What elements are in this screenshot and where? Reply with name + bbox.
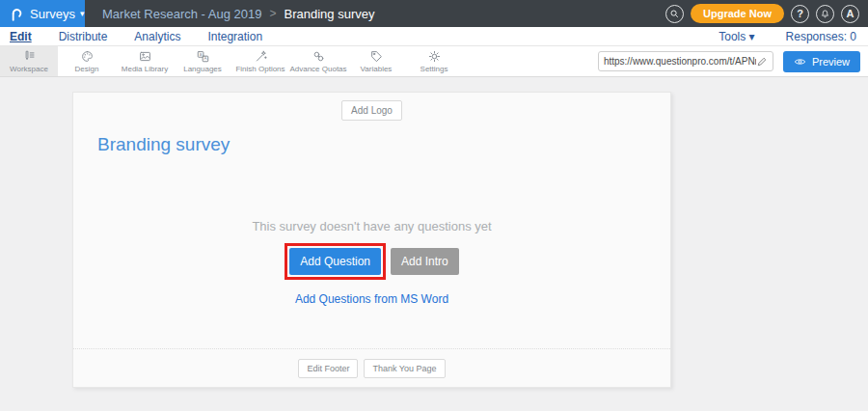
surveys-product-menu[interactable]: Surveys ▾ [0,0,85,27]
breadcrumb-folder[interactable]: Market Research - Aug 2019 [102,7,261,21]
toolbar-right: Preview [598,46,868,76]
upgrade-now-button[interactable]: Upgrade Now [691,4,784,23]
finish-options-wand-icon [254,49,268,64]
empty-survey-message: This survey doesn't have any questions y… [73,219,670,233]
toolbar-item-label: Settings [420,65,448,73]
toolbar-item-label: Finish Options [235,65,285,73]
add-question-button[interactable]: Add Question [289,248,381,275]
toolbar-item-label: Workspace [10,65,48,73]
topbar-actions: Upgrade Now ? A [665,4,868,23]
tab-analytics[interactable]: Analytics [134,30,180,43]
product-name: Surveys [30,7,75,21]
variables-tag-icon [369,49,384,64]
notifications-button[interactable] [816,5,834,23]
toolbar-items: Workspace Design Media Library [0,46,463,76]
avatar[interactable]: A [841,5,859,23]
preview-button[interactable]: Preview [783,51,860,72]
chevron-down-icon: ▾ [80,9,85,18]
survey-nav-right: Tools ▾ Responses: 0 [719,30,868,43]
workspace-icon [22,49,37,64]
edit-footer-button[interactable]: Edit Footer [298,359,358,378]
toolbar-item-workspace[interactable]: Workspace [0,46,58,76]
toolbar-item-label: Variables [361,65,393,73]
thank-you-page-button[interactable]: Thank You Page [364,359,445,378]
settings-gear-icon [427,49,442,64]
toolbar-item-languages[interactable]: a A Languages [174,46,231,76]
survey-title[interactable]: Branding survey [97,134,670,155]
search-button[interactable] [665,5,684,23]
toolbar-item-label: Advance Quotas [289,65,346,73]
survey-url-box [598,51,773,71]
tab-edit[interactable]: Edit [10,30,32,43]
help-button[interactable]: ? [791,5,809,23]
languages-icon: a A [196,49,210,64]
toolbar-item-label: Media Library [122,65,168,73]
toolbar-item-finish-options[interactable]: Finish Options [231,46,289,76]
tab-distribute[interactable]: Distribute [59,30,108,43]
survey-card: Add Logo Branding survey This survey doe… [72,92,671,388]
survey-nav: Edit Distribute Analytics Integration To… [0,27,868,46]
eye-icon [794,57,806,67]
add-intro-button[interactable]: Add Intro [391,248,459,275]
responses-count[interactable]: Responses: 0 [786,30,856,43]
pencil-icon [756,56,768,68]
media-library-icon [138,49,152,64]
toolbar-item-label: Design [75,65,99,73]
toolbar-item-media-library[interactable]: Media Library [116,46,174,76]
toolbar-item-advance-quotas[interactable]: Advance Quotas [289,46,347,76]
breadcrumb: Market Research - Aug 2019 > Branding su… [102,7,374,21]
design-palette-icon [80,49,95,64]
annotation-highlight-box: Add Question [285,243,386,280]
editor-toolbar: Workspace Design Media Library [0,46,868,77]
tab-integration[interactable]: Integration [207,30,262,43]
breadcrumb-separator: > [269,7,276,20]
preview-label: Preview [812,56,850,68]
tools-menu[interactable]: Tools ▾ [719,30,754,43]
empty-survey-block: This survey doesn't have any questions y… [73,219,670,307]
advance-quotas-chain-icon [312,49,326,64]
survey-nav-tabs: Edit Distribute Analytics Integration [0,30,262,43]
top-bar: Surveys ▾ Market Research - Aug 2019 > B… [0,0,868,27]
toolbar-item-variables[interactable]: Variables [347,46,405,76]
svg-text:a: a [199,52,202,57]
edit-url-button[interactable] [756,56,768,68]
bell-icon [820,9,830,19]
toolbar-item-label: Languages [183,65,222,73]
breadcrumb-survey-name: Branding survey [285,7,375,21]
survey-url-input[interactable] [604,56,756,67]
search-icon [669,9,680,19]
add-logo-button[interactable]: Add Logo [341,100,402,121]
questionpro-logo-icon [9,7,23,21]
toolbar-item-design[interactable]: Design [58,46,116,76]
add-questions-from-ms-word-link[interactable]: Add Questions from MS Word [295,292,448,306]
toolbar-item-settings[interactable]: Settings [405,46,463,76]
svg-text:A: A [203,56,206,61]
survey-card-footer: Edit Footer Thank You Page [73,348,670,387]
